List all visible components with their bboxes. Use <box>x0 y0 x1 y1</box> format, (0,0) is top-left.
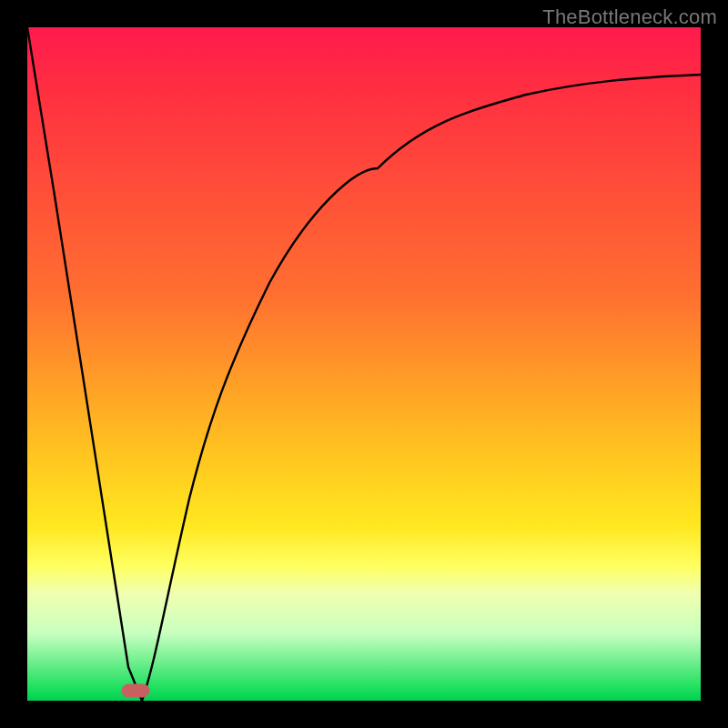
plot-area <box>27 27 701 701</box>
trough-marker <box>122 684 149 697</box>
curve-layer <box>27 27 701 701</box>
watermark-text: TheBottleneck.com <box>542 5 717 29</box>
curve-right-branch <box>142 75 701 701</box>
chart-frame: TheBottleneck.com <box>0 0 728 728</box>
curve-left-branch <box>27 27 142 701</box>
